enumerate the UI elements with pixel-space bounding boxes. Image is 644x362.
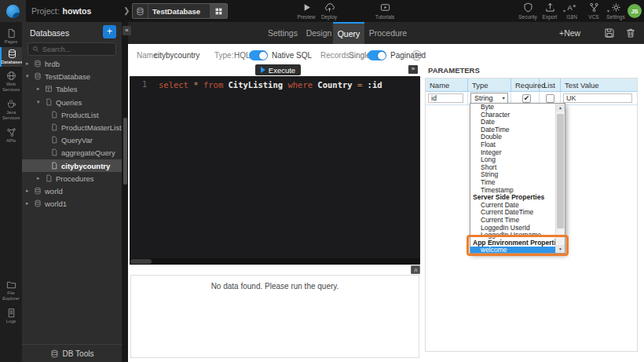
dropdown-option[interactable]: DateTime [470,126,555,134]
rail-item-databases[interactable]: Databases [0,47,22,67]
tree-node-world1[interactable]: ▸ world1 [22,197,122,210]
records-toggle[interactable] [368,50,386,60]
scroll-up-arrow-icon[interactable] [556,104,565,112]
tree-node-queries[interactable]: ▾ Queries [22,96,122,108]
tree-search-box[interactable] [27,42,116,56]
param-type-select[interactable]: String [470,93,508,104]
db-tools-icon [50,349,59,358]
tree-node-label: ProductMasterList [61,123,122,132]
sql-code-line[interactable]: select * from CityListing where Country … [159,80,382,90]
dropdown-option[interactable]: Date [470,119,555,126]
add-database-button[interactable]: + [103,25,116,38]
tree-node-label: world1 [45,199,67,208]
collapse-editor-button[interactable] [411,265,420,274]
chevron-right-icon[interactable]: ▸ [37,86,44,92]
sql-code-editor[interactable]: 1 select * from CityListing where Countr… [130,76,420,265]
execute-button[interactable]: Execute [255,64,301,75]
tree-node-label: ProductList [61,111,99,119]
expand-params-button[interactable]: » [408,65,418,74]
dropdown-option[interactable]: Short [470,164,555,172]
dropdown-option[interactable]: Long [470,156,555,164]
globe-icon [6,71,16,81]
chevron-right-icon[interactable]: ▸ [26,200,33,207]
rail-item-pages[interactable]: Pages [0,27,22,46]
chevron-right-icon[interactable]: ▸ [37,175,44,181]
type-option-native-sql[interactable]: Native SQL [272,51,312,60]
chevron-down-icon[interactable]: ▾ [26,73,33,79]
tree-scrollbar-thumb[interactable] [123,118,127,185]
grid-icon[interactable] [210,4,227,18]
tab-design[interactable]: Design [304,22,334,44]
help-icon[interactable]: ? [412,50,422,60]
deploy-button[interactable]: Deploy [312,2,346,20]
param-name-input[interactable] [428,93,463,103]
editor-horizontal-scrollbar[interactable] [130,258,420,265]
tab-settings[interactable]: Settings [265,22,301,44]
dropdown-option[interactable]: LoggedIn Username [470,232,555,240]
dropdown-option[interactable]: Character [470,112,555,119]
tree-node-testdatabase[interactable]: ▾ TestDatabase [22,70,122,82]
document-icon [50,148,58,156]
rail-item-web-services[interactable]: Web Services [0,69,22,94]
chevron-down-icon[interactable]: ▾ [37,99,44,105]
dropdown-option[interactable]: Byte [470,104,555,112]
dropdown-option[interactable]: Time [470,179,555,187]
tab-procedure[interactable]: Procedure [365,22,411,44]
table-icon [45,85,53,93]
api-nodes-icon [6,127,16,137]
tree-node-label: Procedures [56,174,94,183]
tree-node-hrdb[interactable]: ▸ hrdb [22,57,122,70]
type-label: Type: [214,51,233,60]
save-icon[interactable] [604,27,615,38]
list-checkbox[interactable] [546,94,554,103]
trash-icon[interactable] [625,27,636,38]
dropdown-option[interactable]: Timestamp [470,187,555,195]
search-input[interactable] [42,46,112,53]
rail-item-file-explorer[interactable]: File Explorer [0,278,22,303]
dropdown-option[interactable]: Double [470,133,555,141]
database-selector[interactable]: TestDatabase [132,3,228,19]
scrollbar-thumb[interactable] [130,259,152,264]
tree-node-world[interactable]: ▸ world [22,185,122,197]
dropdown-option[interactable]: Current DateTime [470,209,555,217]
type-option-hql[interactable]: HQL [234,51,251,60]
tree-node-productmasterlist[interactable]: ProductMasterList [22,121,122,133]
databases-tree-panel: Databases + ▸ hrdb ▾ TestDatabase ▸ Tabl… [22,22,122,362]
tree-node-tables[interactable]: ▸ Tables [22,82,122,95]
dropdown-option[interactable]: Integer [470,149,555,157]
rail-item-logs[interactable]: Logs [0,306,22,326]
chevron-right-icon[interactable]: ▸ [26,188,33,194]
dropdown-option[interactable]: LoggedIn UserId [470,225,555,232]
tree-node-queryvar[interactable]: QueryVar [22,133,122,146]
dropdown-option-welcome-selected[interactable]: welcome [470,247,555,253]
deploy-label: Deploy [321,14,337,20]
rail-item-java-services[interactable]: Java Services [0,97,22,122]
rail-item-apis[interactable]: APIs [0,126,22,145]
wavemaker-logo[interactable] [0,0,26,22]
db-tools-button[interactable]: DB Tools [22,344,122,362]
user-avatar[interactable]: JS [628,4,642,18]
tree-node-label: Queries [56,98,82,107]
tutorials-button[interactable]: Tutorials [368,2,402,20]
tab-query[interactable]: Query [333,22,364,44]
new-query-button[interactable]: +New [559,22,580,44]
dropdown-option[interactable]: Current Time [470,217,555,225]
top-bar: Project: howtos ❯ TestDatabase Preview D… [0,0,644,22]
collapse-panel-button[interactable]: « [123,26,131,35]
dropdown-option[interactable]: Current Date [470,202,555,210]
type-toggle[interactable] [249,50,268,60]
sql-token: where [287,80,313,90]
dropdown-option[interactable]: String [470,171,555,179]
scrollbar-thumb[interactable] [557,114,564,229]
scroll-down-arrow-icon[interactable] [556,245,565,253]
tree-node-productlist[interactable]: ProductList [22,108,122,121]
tree-node-procedures[interactable]: ▸ Procedures [22,172,122,185]
required-checkbox[interactable]: ✔ [522,94,531,103]
dropdown-option[interactable]: Float [470,141,555,149]
sql-token: * [193,80,198,90]
tree-node-citybycountry[interactable]: citybycountry [22,159,122,172]
chevron-right-icon[interactable]: ▸ [26,60,33,67]
tree-node-aggregatequery[interactable]: aggregateQuery [22,146,122,159]
param-test-value-input[interactable] [563,93,632,103]
dropdown-scrollbar[interactable] [555,104,565,253]
